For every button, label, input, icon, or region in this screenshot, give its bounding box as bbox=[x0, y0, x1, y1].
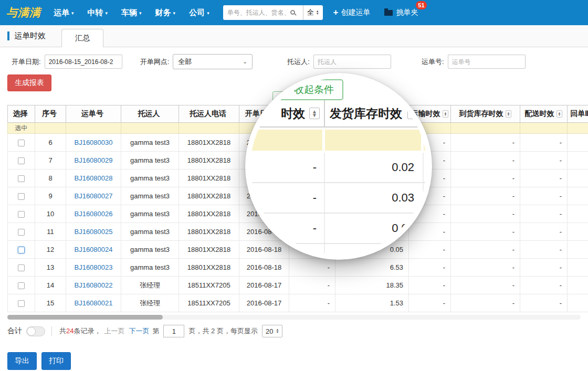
print-button[interactable]: 打印 bbox=[41, 352, 71, 370]
prev-page-link[interactable]: 上一页 bbox=[104, 326, 124, 336]
cell-receipt: - bbox=[568, 277, 588, 294]
search-icon bbox=[290, 10, 295, 15]
nav-item-1[interactable]: 运单▾ bbox=[54, 8, 74, 18]
row-checkbox[interactable] bbox=[18, 300, 25, 307]
nav-item-2[interactable]: 中转▾ bbox=[88, 8, 108, 18]
magnifier-cell-value: 0.03 bbox=[325, 183, 424, 213]
cell-transport: - bbox=[409, 223, 451, 241]
waybill-link[interactable]: BJ16080022 bbox=[74, 281, 112, 289]
magnifier-cell-left: - bbox=[245, 153, 325, 182]
nav-item-3[interactable]: 车辆▾ bbox=[121, 8, 142, 18]
pagination-bar: 合计 共24条记录， 上一页 下一页 第 页，共 2 页，每页显示 20 ▲▼ bbox=[7, 325, 588, 337]
branch-select[interactable]: 全部 ⌄ bbox=[173, 54, 253, 69]
magnifier-row: -0.03 bbox=[245, 183, 432, 214]
nav-item-label: 车辆 bbox=[121, 8, 137, 18]
nav-item-4[interactable]: 财务▾ bbox=[155, 8, 176, 18]
sort-toggle-icon[interactable]: ▲▼ bbox=[506, 110, 512, 118]
waybill-link[interactable]: BJ16080027 bbox=[74, 192, 112, 200]
row-checkbox[interactable] bbox=[18, 193, 25, 200]
row-checkbox[interactable] bbox=[18, 264, 25, 271]
cell-transport: - bbox=[409, 241, 451, 259]
branch-select-value: 全部 bbox=[178, 57, 192, 67]
sort-toggle-icon: ▲▼ bbox=[309, 108, 320, 119]
waybill-link[interactable]: BJ16080028 bbox=[74, 174, 112, 182]
cell-shipper: 张经理 bbox=[121, 277, 179, 294]
row-checkbox[interactable] bbox=[18, 157, 25, 164]
filter-cell-no[interactable] bbox=[35, 123, 66, 134]
cell-delivery: - bbox=[520, 277, 568, 294]
records-count: 24 bbox=[66, 327, 74, 335]
filter-cell-shipper[interactable] bbox=[121, 123, 179, 134]
row-checkbox[interactable] bbox=[18, 282, 25, 289]
cell-no: 8 bbox=[35, 169, 66, 187]
main-nav: 运单▾中转▾车辆▾财务▾公司▾ bbox=[54, 8, 209, 18]
date-range-input[interactable] bbox=[45, 55, 122, 69]
filter-cell-delivery[interactable] bbox=[520, 123, 568, 134]
page-number-input[interactable] bbox=[163, 325, 184, 337]
magnifier-overlay: « 收起条件 时效 ▲▼ 发货库存时效 ▲▼ 运 -0.02-0.03-0.05 bbox=[245, 73, 432, 260]
cell-receipt: - bbox=[568, 223, 588, 241]
row-checkbox[interactable] bbox=[18, 175, 25, 182]
records-suffix: 条记录， bbox=[74, 327, 101, 335]
column-header-receipt[interactable]: 回单时效▲▼ bbox=[568, 105, 588, 123]
column-header-stock_in[interactable]: 到货库存时效▲▼ bbox=[451, 105, 520, 123]
row-checkbox[interactable] bbox=[18, 211, 25, 218]
filter-date-group: 开单日期: bbox=[12, 55, 122, 69]
export-button[interactable]: 导出 bbox=[7, 352, 37, 370]
horizontal-scrollbar[interactable] bbox=[7, 315, 581, 320]
waybill-link[interactable]: BJ16080023 bbox=[74, 263, 112, 271]
cell-waybill: BJ16080025 bbox=[66, 223, 121, 241]
row-checkbox[interactable] bbox=[18, 140, 25, 146]
row-checkbox[interactable] bbox=[18, 247, 25, 253]
filter-cell-select[interactable]: 选中 bbox=[8, 123, 35, 134]
generate-report-button[interactable]: 生成报表 bbox=[7, 75, 51, 91]
next-page-link[interactable]: 下一页 bbox=[129, 326, 149, 336]
cell-delivery: - bbox=[520, 205, 568, 223]
sort-toggle-icon[interactable]: ▲▼ bbox=[556, 110, 563, 118]
row-checkbox[interactable] bbox=[18, 229, 25, 236]
cell-stock_out: 18.35 bbox=[335, 277, 409, 294]
page-size-select[interactable]: 20 ▲▼ bbox=[262, 325, 282, 337]
accent-bar bbox=[7, 31, 9, 40]
shipper-label: 托运人: bbox=[287, 57, 310, 67]
tab-summary[interactable]: 汇总 bbox=[61, 29, 103, 47]
column-label: 时效 bbox=[281, 105, 305, 122]
filter-cell-phone[interactable] bbox=[179, 123, 239, 134]
column-header-phone: 托运人电话 bbox=[179, 105, 239, 123]
cell-no: 7 bbox=[35, 152, 66, 169]
search-scope-select[interactable]: 全 ▲▼ bbox=[303, 5, 323, 20]
cell-waybill: BJ16080029 bbox=[66, 152, 121, 169]
filter-cell-stock_in[interactable] bbox=[451, 123, 520, 134]
waybill-link[interactable]: BJ16080025 bbox=[74, 228, 112, 236]
column-label: 序号 bbox=[42, 109, 57, 118]
magnifier-cell-left: - bbox=[245, 183, 325, 213]
cell-delivery: - bbox=[520, 223, 568, 241]
chevron-down-icon: ▾ bbox=[207, 10, 209, 16]
nav-item-5[interactable]: 公司▾ bbox=[189, 8, 209, 18]
toggle-knob bbox=[27, 327, 36, 336]
cell-phone: 18801XX2818 bbox=[179, 205, 239, 223]
scrollbar-thumb[interactable] bbox=[7, 315, 163, 320]
waybill-link[interactable]: BJ16080024 bbox=[74, 246, 112, 253]
filter-cell-receipt[interactable] bbox=[568, 123, 588, 134]
waybill-link[interactable]: BJ16080030 bbox=[74, 139, 112, 146]
waybill-link[interactable]: BJ16080029 bbox=[74, 156, 112, 164]
cell-receipt: - bbox=[568, 169, 588, 187]
sort-toggle-icon[interactable]: ▲▼ bbox=[443, 110, 449, 118]
magnified-column-header-stock-out: 发货库存时效 ▲▼ bbox=[325, 100, 424, 126]
nav-item-label: 财务 bbox=[155, 8, 171, 18]
create-waybill-button[interactable]: + 创建运单 bbox=[333, 7, 371, 18]
filter-cell-waybill[interactable] bbox=[66, 123, 121, 134]
pick-folder-button[interactable]: 挑单夹 51 bbox=[384, 8, 418, 17]
magnifier-row: -0.02 bbox=[245, 153, 432, 183]
waybill-input[interactable] bbox=[448, 55, 526, 69]
shipper-input[interactable] bbox=[313, 55, 391, 69]
cell-phone: 18801XX2818 bbox=[179, 259, 239, 277]
waybill-link[interactable]: BJ16080021 bbox=[74, 299, 112, 307]
cell-date: 2016-08-17 bbox=[239, 294, 289, 312]
total-toggle[interactable] bbox=[26, 326, 45, 336]
cell-stock_in: - bbox=[451, 134, 520, 152]
waybill-link[interactable]: BJ16080026 bbox=[74, 210, 112, 218]
column-header-delivery[interactable]: 配送时效▲▼ bbox=[520, 105, 568, 123]
column-header-waybill: 运单号 bbox=[66, 105, 121, 123]
